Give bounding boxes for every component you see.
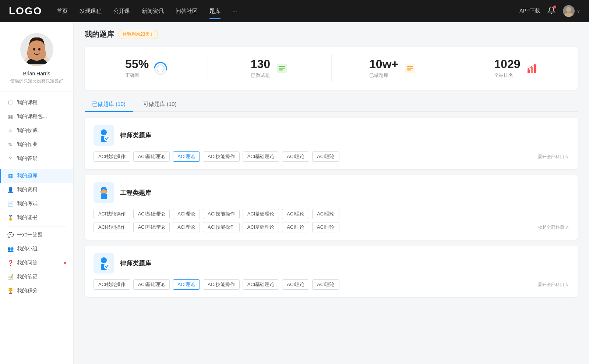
sidebar-item-course-label: 我的课程 [17,99,38,106]
svg-point-1 [565,13,573,17]
svg-rect-15 [407,66,413,67]
nav-home[interactable]: 首页 [57,6,68,16]
doc-icon: 📄 [7,201,13,207]
sidebar-item-course[interactable]: ☐ 我的课程 [0,96,73,110]
sidebar-item-materials[interactable]: 👤 我的资料 [0,183,73,197]
tag-1-1-0[interactable]: ACI技能操作 [94,222,130,232]
tag-1-0-2[interactable]: ACI理论 [173,209,200,219]
tag-0-0-6[interactable]: ACI理论 [312,151,339,162]
tag-1-0-0[interactable]: ACI技能操作 [94,209,130,219]
chart-icon: ▦ [7,114,13,119]
divider-2 [7,226,66,226]
tag-2-0-2[interactable]: ACI理论 [173,279,200,290]
sidebar-item-qa[interactable]: ? 我的答疑 [0,151,73,165]
nav-news[interactable]: 新闻资讯 [142,6,164,16]
tag-2-0-6[interactable]: ACI理论 [312,279,339,290]
tag-0-0-4[interactable]: ACI基础理论 [243,151,279,162]
tag-0-0-3[interactable]: ACI技能操作 [203,151,240,162]
tab-available-banks[interactable]: 可做题库 (10) [136,97,184,111]
sidebar-item-favorites[interactable]: ☆ 我的收藏 [0,124,73,138]
stat-accuracy-number: 55% [125,58,149,71]
tag-1-0-5[interactable]: ACI理论 [282,209,309,219]
tabs: 已做题库 (10) 可做题库 (10) [85,97,578,112]
stat-rank-number: 1029 [494,58,520,71]
tag-1-0-3[interactable]: ACI技能操作 [203,209,240,219]
sidebar-item-homework[interactable]: ✎ 我的作业 [0,138,73,151]
sidebar-item-coursepack[interactable]: ▦ 我的课程包... [0,110,73,124]
tag-1-0-4[interactable]: ACI基础理论 [243,209,279,219]
stat-done-questions-label: 已做试题 [251,72,270,79]
tag-2-0-0[interactable]: ACI技能操作 [94,279,130,290]
nav-menu: 首页 发现课程 公开课 新闻资讯 问答社区 题库 ··· [57,6,519,16]
tag-1-0-1[interactable]: ACI基础理论 [133,209,170,219]
page-header: 我的题库 体验剩余23天！ [85,29,578,39]
sidebar-item-group[interactable]: 👥 我的小组 [0,242,73,256]
sidebar-item-notes[interactable]: 📝 我的笔记 [0,270,73,284]
tag-2-0-4[interactable]: ACI基础理论 [243,279,279,290]
svg-rect-13 [279,69,283,71]
svg-rect-20 [534,65,536,73]
main-container: Brian Harris 错误的决定比没有决定要好 ☐ 我的课程 ▦ 我的课程包… [0,22,589,364]
nav-bank[interactable]: 题库 [209,6,221,16]
svg-point-24 [101,129,107,135]
svg-point-9 [157,65,164,72]
svg-point-23 [534,64,536,65]
sidebar-item-favorites-label: 我的收藏 [17,127,38,134]
app-download-link[interactable]: APP下载 [519,8,540,14]
stat-done-questions: 130 已做试题 [208,54,331,82]
tag-1-1-6[interactable]: ACI理论 [312,222,339,232]
myqa-dot [64,262,66,264]
user-menu[interactable]: ∨ [563,5,580,17]
expand-link-2[interactable]: 展开全部科目 ∨ [538,282,569,288]
tag-1-0-6[interactable]: ACI理论 [312,209,339,219]
bank-title-2: 律师类题库 [120,259,151,268]
divider-1 [7,167,66,167]
svg-rect-19 [531,67,533,73]
notification-button[interactable] [547,6,556,16]
sidebar-item-qa-label: 我的答疑 [17,155,38,162]
sidebar-item-bank[interactable]: ▦ 我的题库 [0,169,73,183]
sidebar-item-coursepack-label: 我的课程包... [17,113,47,120]
sidebar-item-myqa[interactable]: ❓ 我的问答 [0,256,73,270]
tag-2-0-5[interactable]: ACI理论 [282,279,309,290]
sidebar-item-exam[interactable]: 📄 我的考试 [0,197,73,211]
tab-done-banks[interactable]: 已做题库 (10) [85,97,133,111]
bank-section-1: 工程类题库 ACI技能操作 ACI基础理论 ACI理论 ACI技能操作 ACI基… [85,175,578,240]
bank-header-2: 律师类题库 [94,253,569,274]
nav-courses[interactable]: 发现课程 [80,6,102,16]
nav-qa[interactable]: 问答社区 [176,6,198,16]
bank-tags-row-2-0: ACI技能操作 ACI基础理论 ACI理论 ACI技能操作 ACI基础理论 AC… [94,279,569,290]
sidebar-item-certificate[interactable]: 🏅 我的证书 [0,211,73,225]
sidebar-item-points[interactable]: 🏆 我的积分 [0,284,73,298]
tag-0-0-5[interactable]: ACI理论 [282,151,309,162]
tag-1-1-3[interactable]: ACI技能操作 [203,222,240,232]
main-content: 我的题库 体验剩余23天！ 55% 正确率 [74,22,589,364]
stat-accuracy-label: 正确率 [125,72,149,79]
tag-0-0-0[interactable]: ACI技能操作 [94,151,130,162]
tag-1-1-5[interactable]: ACI理论 [282,222,309,232]
tag-1-1-2[interactable]: ACI理论 [173,222,200,232]
certificate-icon: 🏅 [7,215,13,221]
stat-accuracy: 55% 正确率 [85,54,208,82]
notification-dot [553,6,556,8]
stat-accuracy-text: 55% 正确率 [125,58,149,79]
tag-2-0-3[interactable]: ACI技能操作 [203,279,240,290]
sidebar-item-1to1[interactable]: 💬 一对一答疑 [0,228,73,242]
tag-0-0-2[interactable]: ACI理论 [173,151,200,162]
expand-link-0[interactable]: 展开全部科目 ∨ [538,154,569,160]
tag-2-0-1[interactable]: ACI基础理论 [133,279,170,290]
bank-tags-row-1-0: ACI技能操作 ACI基础理论 ACI理论 ACI技能操作 ACI基础理论 AC… [94,209,569,219]
svg-rect-12 [279,68,285,69]
tag-1-1-4[interactable]: ACI基础理论 [243,222,279,232]
sidebar-item-exam-label: 我的考试 [17,200,38,207]
bank-section-0: 律师类题库 ACI技能操作 ACI基础理论 ACI理论 ACI技能操作 ACI基… [85,118,578,169]
svg-point-33 [104,263,110,269]
bank-icon-lawyer-2 [94,253,114,274]
nav-open-course[interactable]: 公开课 [113,6,130,16]
nav-more[interactable]: ··· [232,7,237,16]
bank-section-2: 律师类题库 ACI技能操作 ACI基础理论 ACI理论 ACI技能操作 ACI基… [85,246,578,297]
tag-1-1-1[interactable]: ACI基础理论 [133,222,170,232]
stat-rank: 1029 全站排名 [455,54,578,82]
collapse-link-1[interactable]: 收起全部科目 ∧ [538,224,569,231]
tag-0-0-1[interactable]: ACI基础理论 [133,151,170,162]
